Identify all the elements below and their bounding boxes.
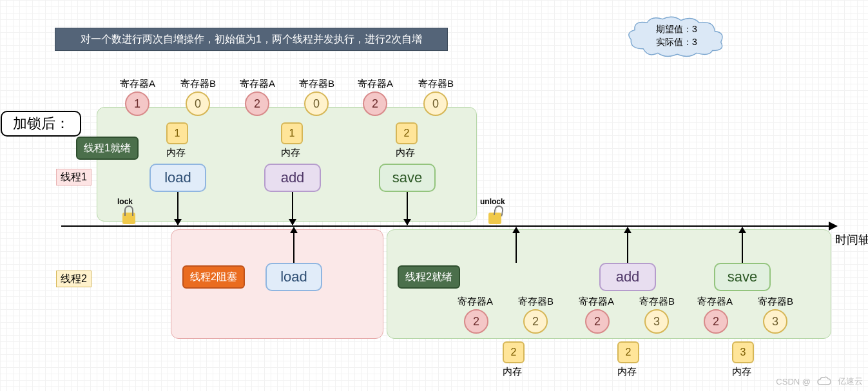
reg-b-value: 0 [423, 91, 448, 116]
axis-arrow-icon [829, 222, 838, 231]
reg-b-value: 3 [644, 309, 669, 334]
reg-a-label: 寄存器A [579, 296, 614, 308]
reg-a-value: 2 [464, 309, 488, 334]
arrow-up-icon [293, 227, 294, 263]
thread2-ready-state: 线程2就绪 [398, 265, 460, 289]
reg-b-label: 寄存器B [639, 296, 675, 308]
arrow-up-icon [516, 227, 517, 263]
axis-label: 时间轴 [835, 232, 868, 247]
memory-label: 内存 [617, 366, 637, 378]
reg-a-value: 1 [125, 91, 149, 116]
watermark-right: 亿速云 [838, 376, 863, 387]
arrow-up-icon [742, 227, 743, 263]
thread1-label: 线程1 [56, 169, 92, 186]
memory-value: 2 [396, 122, 418, 144]
save-op: save [379, 164, 436, 192]
thread2-label: 线程2 [56, 271, 92, 287]
memory-label: 内存 [281, 147, 300, 159]
memory-value: 2 [617, 341, 639, 363]
add-op: add [599, 263, 656, 291]
reg-b-label: 寄存器B [758, 296, 793, 308]
thread2-blocked-state: 线程2阻塞 [182, 265, 245, 289]
lock-icon [122, 213, 135, 224]
memory-label: 内存 [732, 366, 751, 378]
reg-b-label: 寄存器B [418, 78, 454, 90]
load-op: load [265, 263, 322, 291]
result-cloud: 期望值：3 实际值：3 [625, 15, 728, 57]
add-op: add [264, 164, 321, 192]
description-box: 对一个数进行两次自增操作，初始值为1，两个线程并发执行，进行2次自增 [55, 28, 448, 51]
memory-label: 内存 [166, 147, 186, 159]
reg-b-value: 3 [763, 309, 787, 334]
memory-label: 内存 [503, 366, 522, 378]
time-axis [61, 225, 833, 227]
reg-a-label: 寄存器A [120, 78, 155, 90]
reg-b-value: 0 [304, 91, 329, 116]
reg-b-value: 0 [186, 91, 210, 116]
memory-label: 内存 [396, 147, 415, 159]
reg-b-label: 寄存器B [518, 296, 554, 308]
thread1-ready-state: 线程1就绪 [76, 137, 139, 160]
after-lock-label: 加锁后： [1, 111, 81, 137]
reg-a-value: 2 [585, 309, 610, 334]
reg-a-label: 寄存器A [358, 78, 393, 90]
memory-value: 1 [281, 122, 303, 144]
arrow-down-icon [292, 192, 293, 225]
reg-a-value: 2 [245, 91, 269, 116]
memory-value: 3 [732, 341, 754, 363]
reg-b-label: 寄存器B [299, 78, 334, 90]
actual-value: 实际值：3 [656, 36, 697, 49]
memory-value: 2 [503, 341, 525, 363]
save-op: save [714, 263, 771, 291]
load-op: load [149, 164, 206, 192]
lock-label: lock [117, 197, 133, 206]
reg-a-label: 寄存器A [240, 78, 275, 90]
arrow-down-icon [177, 192, 178, 225]
expected-value: 期望值：3 [656, 23, 697, 36]
reg-b-value: 2 [523, 309, 548, 334]
memory-value: 1 [166, 122, 188, 144]
reg-b-label: 寄存器B [180, 78, 216, 90]
arrow-down-icon [407, 192, 408, 225]
arrow-up-icon [627, 227, 628, 263]
watermark: CSDN @ 亿速云 [776, 376, 863, 387]
unlock-label: unlock [480, 197, 505, 206]
watermark-left: CSDN @ [776, 377, 811, 386]
reg-a-label: 寄存器A [458, 296, 493, 308]
reg-a-value: 2 [704, 309, 728, 334]
reg-a-label: 寄存器A [697, 296, 733, 308]
unlock-icon [488, 213, 501, 224]
reg-a-value: 2 [363, 91, 387, 116]
cloud-logo-icon [817, 376, 831, 386]
